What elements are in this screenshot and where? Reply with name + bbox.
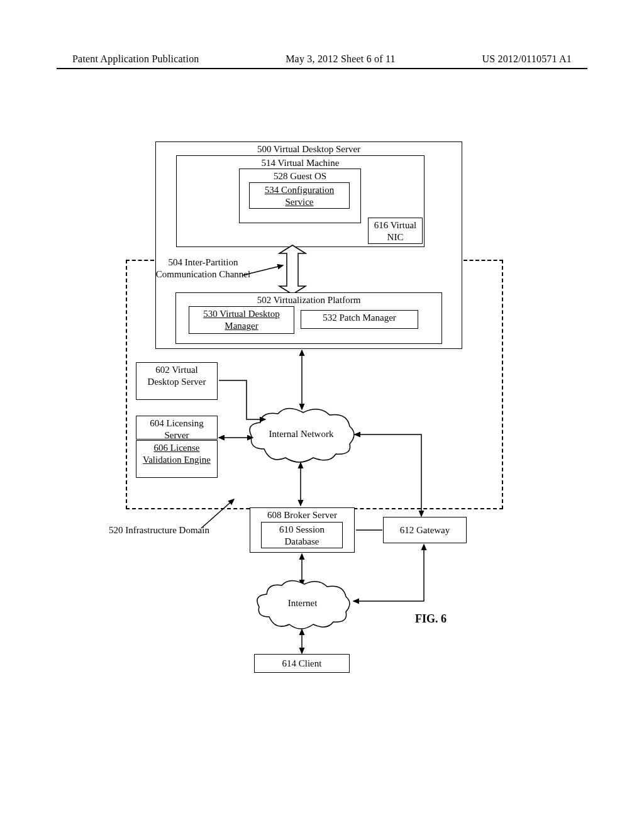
second-vds-title: 602 Virtual Desktop Server xyxy=(148,365,206,387)
conn-second-vds-to-network xyxy=(218,374,268,428)
licensing-server-title: 604 Licensing Server xyxy=(150,418,203,440)
guest-os-title: 528 Guest OS xyxy=(274,171,326,181)
box-licensing-server: 604 Licensing Server xyxy=(136,416,218,440)
box-license-validation-engine: 606 License Validation Engine xyxy=(136,440,218,478)
box-configuration-service: 534 Configuration Service xyxy=(249,182,350,209)
conn-licensing-to-network xyxy=(218,431,255,444)
conn-broker-to-gateway xyxy=(355,524,384,536)
cloud-internet: Internet xyxy=(253,579,352,631)
infra-domain-dashed-top-right xyxy=(464,260,503,261)
internet-label: Internet xyxy=(253,598,352,609)
virtual-desktop-server-title: 500 Virtual Desktop Server xyxy=(257,144,360,154)
license-validation-engine-title: 606 License Validation Engine xyxy=(143,443,211,465)
configuration-service-title: 534 Configuration Service xyxy=(265,185,334,207)
box-session-database: 610 Session Database xyxy=(261,522,343,548)
conn-vplatform-to-network xyxy=(296,349,308,412)
gateway-title: 612 Gateway xyxy=(400,525,450,535)
conn-network-to-gateway xyxy=(352,428,428,523)
box-client: 614 Client xyxy=(254,654,350,673)
broker-server-title: 608 Broker Server xyxy=(267,510,337,520)
virtual-nic-title: 616 Virtual NIC xyxy=(374,220,417,242)
infra-domain-pointer xyxy=(195,494,245,532)
internal-network-label: Internal Network xyxy=(245,429,357,440)
figure-label: FIG. 6 xyxy=(415,612,447,626)
session-database-title: 610 Session Database xyxy=(279,524,325,546)
conn-network-to-broker xyxy=(294,462,307,508)
diagram-canvas: 500 Virtual Desktop Server 514 Virtual M… xyxy=(0,0,644,830)
box-virtual-nic: 616 Virtual NIC xyxy=(368,218,423,244)
client-title: 614 Client xyxy=(282,658,322,668)
box-second-virtual-desktop-server: 602 Virtual Desktop Server xyxy=(136,362,218,400)
conn-gateway-to-internet xyxy=(348,543,430,612)
virtual-machine-title: 514 Virtual Machine xyxy=(262,158,340,168)
svg-line-3 xyxy=(201,499,234,528)
conn-internet-to-client xyxy=(296,628,308,656)
infra-domain-dashed-top-left xyxy=(126,260,154,261)
box-gateway: 612 Gateway xyxy=(383,517,467,543)
page: Patent Application Publication May 3, 20… xyxy=(0,0,644,830)
